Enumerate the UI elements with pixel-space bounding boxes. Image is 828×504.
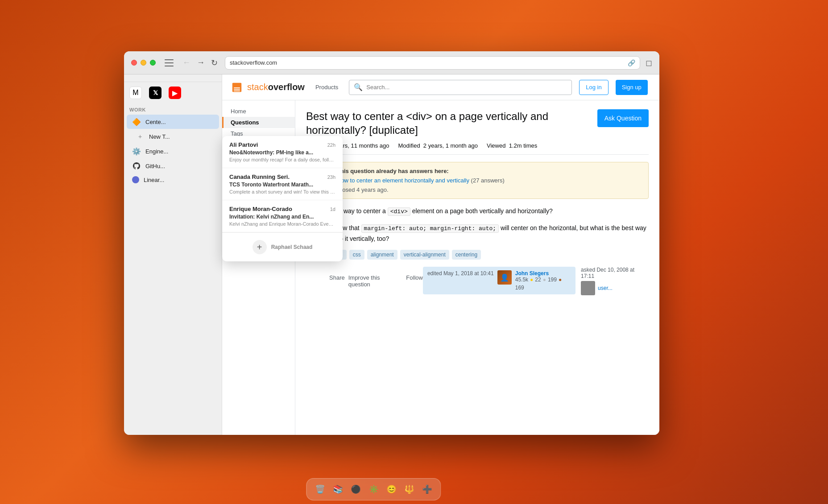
twitter-x-favicon[interactable]: 𝕏: [149, 87, 161, 99]
bronze-badge-icon: ●: [559, 277, 562, 283]
email-item-3[interactable]: Enrique Moran-Corado 1d Invitation: Kelv…: [222, 200, 343, 232]
meta-modified: Modified 2 years, 1 month ago: [398, 142, 478, 149]
sidebar-item-newtab[interactable]: + New T...: [127, 129, 219, 144]
share-link[interactable]: Share: [329, 274, 345, 288]
youtube-favicon[interactable]: ▶: [169, 87, 181, 99]
search-icon: 🔍: [354, 83, 363, 91]
email-preview-2: Complete a short survey and win! To view…: [229, 189, 335, 194]
so-logo[interactable]: stackoverflow: [229, 80, 305, 95]
question-text-2: I know that margin-left: auto; margin-ri…: [329, 223, 649, 244]
address-bar[interactable]: stackoverflow.com 🔗: [225, 56, 640, 70]
login-button[interactable]: Log in: [579, 80, 608, 95]
svg-rect-1: [234, 87, 240, 88]
email-subject-1: Neo&Noteworthy: PM-ing like a...: [229, 149, 335, 156]
back-button[interactable]: ←: [181, 57, 192, 68]
asker-name[interactable]: user...: [598, 285, 613, 291]
so-nav-questions[interactable]: Questions: [222, 117, 295, 128]
email-time-2: 23h: [327, 174, 335, 180]
so-nav-home[interactable]: Home: [222, 106, 295, 117]
so-logo-text: stackoverflow: [247, 82, 305, 92]
editor-bronze: 169: [515, 285, 524, 291]
dock-person[interactable]: 🔱: [401, 481, 417, 497]
email-dropdown-footer: + Raphael Schaad: [222, 232, 343, 261]
question-tags: html css alignment vertical-alignment ce…: [329, 250, 649, 260]
email-dropdown: Ali Partovi 22h Neo&Noteworthy: PM-ing l…: [222, 136, 343, 261]
sidebar-item-linear-label: Linear...: [144, 177, 164, 183]
asker-avatar: [581, 281, 595, 295]
sidebar-item-linear[interactable]: Linear...: [127, 174, 219, 186]
gold-badge-icon: ●: [530, 277, 533, 283]
email-subject-3: Invitation: Kelvi nZhang and En...: [229, 214, 335, 220]
traffic-lights: [131, 60, 156, 66]
sidebar-toggle-icon[interactable]: [165, 59, 174, 66]
email-subject-2: TCS Toronto Waterfront Marath...: [229, 182, 335, 188]
work-section-label: Work: [124, 105, 222, 114]
editor-info: edited May 1, 2018 at 10:41 👤 John Slege…: [423, 267, 575, 294]
svg-rect-3: [234, 90, 240, 91]
forward-button[interactable]: →: [195, 57, 207, 68]
nav-buttons: ← → ↻: [181, 57, 219, 69]
mac-window: ← → ↻ stackoverflow.com 🔗 ◻ M 𝕏 ▶ Work 🔶…: [124, 51, 659, 435]
question-footer: Share Improve this question Follow edite…: [329, 267, 649, 295]
dock-dot[interactable]: ⚫: [348, 481, 364, 497]
editor-gold: 22: [535, 277, 541, 283]
duplicate-link[interactable]: How to center an element horizontally an…: [337, 177, 469, 184]
asker-info: asked Dec 10, 2008 at 17:11 user...: [581, 267, 649, 295]
reload-button[interactable]: ↻: [209, 57, 219, 69]
dock-books[interactable]: 📚: [330, 481, 346, 497]
email-time-3: 1d: [330, 207, 335, 212]
dock-add[interactable]: ➕: [419, 481, 435, 497]
improve-link[interactable]: Improve this question: [348, 274, 403, 288]
mac-dock: 🗑️ 📚 ⚫ ✳️ 😊 🔱 ➕: [306, 478, 441, 500]
so-logo-icon: [229, 80, 244, 95]
div-code: <div>: [388, 207, 410, 216]
search-input[interactable]: [366, 84, 567, 91]
footer-links: Share Improve this question Follow: [329, 274, 423, 288]
dock-asterisk[interactable]: ✳️: [365, 481, 381, 497]
editor-stats: 45.5k ● 22 ● 199 ● 169: [515, 277, 571, 291]
dup-closed-label: Closed 4 years ago.: [337, 186, 641, 193]
email-item-1[interactable]: Ali Partovi 22h Neo&Noteworthy: PM-ing l…: [222, 136, 343, 168]
linear-icon: [132, 176, 139, 183]
email-preview-3: Kelvi nZhang and Enrique Moran-Corado Ev…: [229, 221, 335, 227]
email-item-2[interactable]: Canada Running Seri. 23h TCS Toronto Wat…: [222, 168, 343, 200]
so-header: stackoverflow Products 🔍 Log in Sign up: [222, 74, 659, 100]
add-account-button[interactable]: +: [253, 240, 267, 254]
tag-css[interactable]: css: [349, 250, 364, 260]
github-icon: [132, 161, 141, 170]
sidebar-item-center[interactable]: 🔶 Cente...: [127, 115, 219, 129]
tag-centering[interactable]: centering: [452, 250, 481, 260]
url-text: stackoverflow.com: [230, 59, 277, 66]
close-button[interactable]: [131, 60, 137, 66]
maximize-button[interactable]: [150, 60, 156, 66]
editor-action-text: edited May 1, 2018 at 10:41: [427, 270, 494, 277]
gmail-favicon[interactable]: M: [129, 87, 142, 99]
question-header: Best way to center a <div> on a page ver…: [306, 109, 649, 137]
question-content: This question already has answers here: …: [329, 162, 649, 295]
meta-viewed: Viewed 1.2m times: [487, 142, 537, 149]
email-sender-2: Canada Running Seri.: [229, 174, 290, 180]
sidebar-item-github[interactable]: GitHu...: [127, 159, 219, 173]
duplicate-notice: This question already has answers here: …: [329, 162, 649, 199]
sidebar-item-center-label: Cente...: [145, 119, 166, 125]
editor-avatar: 👤: [497, 270, 512, 285]
follow-link[interactable]: Follow: [406, 274, 423, 288]
engineering-icon: ⚙️: [132, 147, 141, 156]
so-nav-products[interactable]: Products: [312, 82, 342, 92]
minimize-button[interactable]: [141, 60, 146, 66]
editor-name[interactable]: John Slegers: [515, 270, 571, 277]
share-icon[interactable]: 🔗: [628, 59, 635, 66]
tag-vertical-alignment[interactable]: vertical-alignment: [400, 250, 449, 260]
so-main: Best way to center a <div> on a page ver…: [295, 100, 659, 435]
question-meta: Asked 14 years, 11 months ago Modified 2…: [306, 142, 649, 155]
dock-trash[interactable]: 🗑️: [312, 481, 328, 497]
signup-button[interactable]: Sign up: [616, 80, 648, 95]
extensions-icon[interactable]: ◻: [646, 58, 652, 68]
dup-answer-count: (27 answers): [471, 177, 505, 184]
sidebar-item-engineering[interactable]: ⚙️ Engine...: [127, 144, 219, 158]
ask-question-button[interactable]: Ask Question: [597, 109, 649, 127]
so-search-box[interactable]: 🔍: [349, 80, 572, 95]
tag-alignment[interactable]: alignment: [367, 250, 397, 260]
editor-silver: 199: [548, 277, 557, 283]
dock-face[interactable]: 😊: [383, 481, 399, 497]
